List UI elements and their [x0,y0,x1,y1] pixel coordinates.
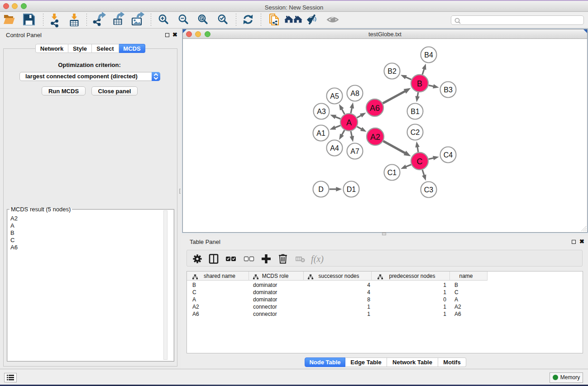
svg-text:A8: A8 [350,90,359,97]
svg-text:D1: D1 [347,186,356,193]
svg-text:C1: C1 [387,169,397,176]
svg-text:C: C [417,157,423,166]
svg-text:f(x): f(x) [311,254,324,264]
svg-text:A7: A7 [350,148,359,155]
svg-text:A4: A4 [330,144,339,152]
svg-text:B2: B2 [387,67,397,75]
svg-text:D: D [318,186,324,193]
svg-text:A2: A2 [370,133,380,142]
svg-text:A3: A3 [317,108,326,115]
svg-text:B: B [417,79,422,88]
svg-text:B3: B3 [444,86,453,94]
svg-text:A: A [346,118,352,127]
svg-text:A5: A5 [330,92,339,100]
svg-text:B4: B4 [424,51,433,59]
svg-text:C4: C4 [444,151,453,159]
svg-text:A1: A1 [316,129,325,137]
svg-text:C2: C2 [411,129,420,136]
svg-text:C3: C3 [424,186,434,194]
svg-text:A6: A6 [370,104,380,113]
svg-text:B1: B1 [411,108,420,115]
